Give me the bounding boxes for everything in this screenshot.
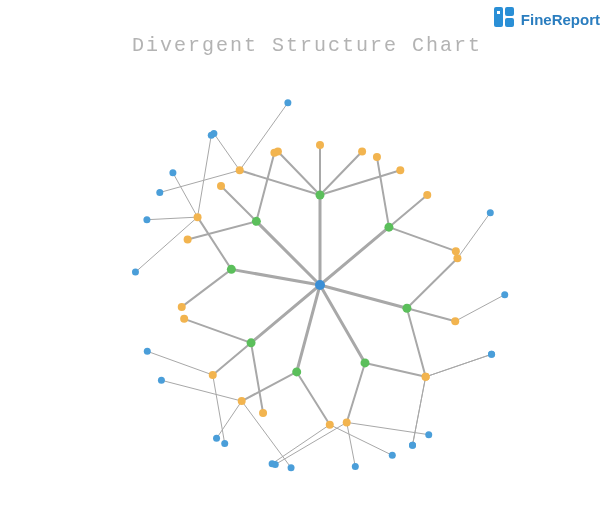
chart-edge	[256, 153, 274, 222]
chart-edge	[455, 295, 505, 322]
chart-edge	[413, 377, 426, 445]
chart-edge	[213, 375, 225, 444]
chart-node-level2	[184, 235, 192, 243]
chart-edge	[377, 157, 389, 227]
chart-node-level3	[389, 452, 396, 459]
brand-header: FineReport	[493, 6, 600, 33]
chart-node-level2	[423, 191, 431, 199]
chart-node-level2	[238, 397, 246, 405]
brand-name: FineReport	[521, 11, 600, 28]
chart-edge	[251, 343, 263, 413]
chart-node-level1	[292, 367, 301, 376]
chart-node-level2	[178, 303, 186, 311]
chart-edge	[242, 372, 297, 401]
chart-node-level3	[156, 189, 163, 196]
chart-node-level2	[326, 421, 334, 429]
chart-node-level3	[352, 463, 359, 470]
chart-edge	[426, 354, 492, 377]
chart-edge	[320, 227, 389, 285]
chart-edge	[182, 269, 232, 307]
chart-node-level3	[169, 169, 176, 176]
chart-edge	[213, 343, 251, 375]
chart-node-level3	[425, 431, 432, 438]
chart-node-level2	[453, 254, 461, 262]
chart-edge	[221, 186, 256, 221]
chart-edge	[407, 258, 457, 308]
chart-node-level1	[247, 338, 256, 347]
chart-title: Divergent Structure Chart	[0, 34, 614, 57]
chart-edge	[147, 351, 212, 375]
chart-edge	[275, 422, 346, 464]
chart-edge	[214, 133, 240, 170]
chart-node-level3	[213, 435, 220, 442]
chart-node-level2	[194, 213, 202, 221]
chart-node-level3	[158, 377, 165, 384]
chart-edge	[407, 308, 455, 321]
chart-edge	[347, 422, 356, 466]
chart-node-level2	[316, 141, 324, 149]
chart-node-level3	[143, 216, 150, 223]
brand-logo-icon	[493, 6, 515, 33]
chart-edge	[389, 227, 456, 251]
chart-edge	[330, 425, 393, 456]
chart-edge	[184, 319, 251, 343]
chart-node-level2	[270, 149, 278, 157]
chart-edge	[147, 217, 198, 220]
chart-node-level1	[402, 304, 411, 313]
chart-edge	[457, 213, 490, 259]
chart-edge	[365, 363, 426, 377]
chart-node-level0	[315, 280, 325, 290]
chart-node-level2	[180, 315, 188, 323]
chart-node-level3	[221, 440, 228, 447]
chart-edge	[272, 425, 330, 464]
chart-edge	[198, 217, 232, 269]
chart-node-level1	[384, 223, 393, 232]
chart-node-level3	[284, 99, 291, 106]
chart-node-level2	[236, 166, 244, 174]
chart-node-level1	[252, 217, 261, 226]
svg-rect-3	[497, 11, 500, 14]
chart-edge	[198, 135, 212, 217]
chart-edge	[173, 173, 198, 217]
chart-node-level2	[452, 247, 460, 255]
chart-edge	[135, 217, 197, 272]
chart-node-level2	[343, 418, 351, 426]
chart-edge	[297, 372, 330, 425]
chart-node-level2	[217, 182, 225, 190]
svg-rect-0	[494, 7, 503, 27]
chart-node-level1	[227, 265, 236, 274]
chart-node-level1	[316, 191, 325, 200]
chart-node-level2	[396, 166, 404, 174]
chart-node-level3	[409, 442, 416, 449]
chart-edge	[161, 380, 241, 401]
chart-node-level2	[358, 147, 366, 155]
chart-edge	[389, 195, 427, 227]
chart-edge	[240, 103, 288, 171]
chart-node-level1	[361, 358, 370, 367]
svg-rect-2	[505, 18, 514, 27]
divergent-structure-chart	[0, 60, 614, 514]
chart-node-level3	[501, 291, 508, 298]
chart-node-level2	[422, 373, 430, 381]
chart-node-level3	[288, 464, 295, 471]
chart-node-level3	[208, 132, 215, 139]
chart-edge	[347, 363, 365, 422]
chart-node-level3	[488, 351, 495, 358]
chart-node-level2	[209, 371, 217, 379]
chart-edge	[188, 221, 257, 239]
chart-node-level3	[487, 209, 494, 216]
chart-node-level3	[144, 348, 151, 355]
chart-node-level2	[373, 153, 381, 161]
chart-node-level2	[259, 409, 267, 417]
chart-node-level3	[269, 460, 276, 467]
chart-node-level3	[132, 269, 139, 276]
chart-node-level2	[451, 317, 459, 325]
chart-edge	[297, 285, 320, 372]
chart-edge	[407, 308, 426, 377]
svg-rect-1	[505, 7, 514, 16]
chart-edge	[251, 285, 320, 343]
